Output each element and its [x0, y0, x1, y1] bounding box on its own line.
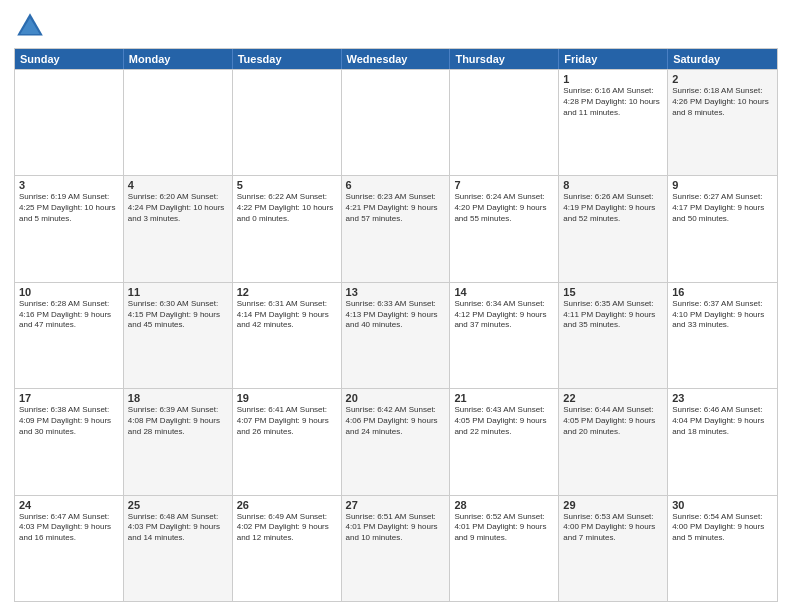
- day-number: 23: [672, 392, 773, 404]
- day-cell-24: 24Sunrise: 6:47 AM Sunset: 4:03 PM Dayli…: [15, 496, 124, 601]
- day-number: 13: [346, 286, 446, 298]
- day-info: Sunrise: 6:22 AM Sunset: 4:22 PM Dayligh…: [237, 192, 337, 224]
- day-cell-10: 10Sunrise: 6:28 AM Sunset: 4:16 PM Dayli…: [15, 283, 124, 388]
- day-cell-21: 21Sunrise: 6:43 AM Sunset: 4:05 PM Dayli…: [450, 389, 559, 494]
- day-info: Sunrise: 6:28 AM Sunset: 4:16 PM Dayligh…: [19, 299, 119, 331]
- day-info: Sunrise: 6:16 AM Sunset: 4:28 PM Dayligh…: [563, 86, 663, 118]
- day-cell-15: 15Sunrise: 6:35 AM Sunset: 4:11 PM Dayli…: [559, 283, 668, 388]
- day-number: 7: [454, 179, 554, 191]
- day-number: 15: [563, 286, 663, 298]
- calendar-row-3: 17Sunrise: 6:38 AM Sunset: 4:09 PM Dayli…: [15, 388, 777, 494]
- day-info: Sunrise: 6:49 AM Sunset: 4:02 PM Dayligh…: [237, 512, 337, 544]
- day-number: 25: [128, 499, 228, 511]
- day-info: Sunrise: 6:44 AM Sunset: 4:05 PM Dayligh…: [563, 405, 663, 437]
- day-cell-empty-0-1: [124, 70, 233, 175]
- day-number: 21: [454, 392, 554, 404]
- header-day-monday: Monday: [124, 49, 233, 69]
- day-cell-29: 29Sunrise: 6:53 AM Sunset: 4:00 PM Dayli…: [559, 496, 668, 601]
- day-info: Sunrise: 6:24 AM Sunset: 4:20 PM Dayligh…: [454, 192, 554, 224]
- day-number: 19: [237, 392, 337, 404]
- day-info: Sunrise: 6:48 AM Sunset: 4:03 PM Dayligh…: [128, 512, 228, 544]
- header-day-friday: Friday: [559, 49, 668, 69]
- day-cell-3: 3Sunrise: 6:19 AM Sunset: 4:25 PM Daylig…: [15, 176, 124, 281]
- day-number: 28: [454, 499, 554, 511]
- header-day-wednesday: Wednesday: [342, 49, 451, 69]
- day-number: 18: [128, 392, 228, 404]
- page: SundayMondayTuesdayWednesdayThursdayFrid…: [0, 0, 792, 612]
- day-cell-2: 2Sunrise: 6:18 AM Sunset: 4:26 PM Daylig…: [668, 70, 777, 175]
- day-cell-16: 16Sunrise: 6:37 AM Sunset: 4:10 PM Dayli…: [668, 283, 777, 388]
- day-cell-empty-0-2: [233, 70, 342, 175]
- day-number: 4: [128, 179, 228, 191]
- day-info: Sunrise: 6:43 AM Sunset: 4:05 PM Dayligh…: [454, 405, 554, 437]
- day-cell-8: 8Sunrise: 6:26 AM Sunset: 4:19 PM Daylig…: [559, 176, 668, 281]
- day-number: 3: [19, 179, 119, 191]
- day-cell-20: 20Sunrise: 6:42 AM Sunset: 4:06 PM Dayli…: [342, 389, 451, 494]
- day-info: Sunrise: 6:52 AM Sunset: 4:01 PM Dayligh…: [454, 512, 554, 544]
- header-day-thursday: Thursday: [450, 49, 559, 69]
- calendar-row-4: 24Sunrise: 6:47 AM Sunset: 4:03 PM Dayli…: [15, 495, 777, 601]
- day-info: Sunrise: 6:41 AM Sunset: 4:07 PM Dayligh…: [237, 405, 337, 437]
- day-info: Sunrise: 6:18 AM Sunset: 4:26 PM Dayligh…: [672, 86, 773, 118]
- day-cell-7: 7Sunrise: 6:24 AM Sunset: 4:20 PM Daylig…: [450, 176, 559, 281]
- day-cell-17: 17Sunrise: 6:38 AM Sunset: 4:09 PM Dayli…: [15, 389, 124, 494]
- day-cell-25: 25Sunrise: 6:48 AM Sunset: 4:03 PM Dayli…: [124, 496, 233, 601]
- day-info: Sunrise: 6:19 AM Sunset: 4:25 PM Dayligh…: [19, 192, 119, 224]
- day-info: Sunrise: 6:20 AM Sunset: 4:24 PM Dayligh…: [128, 192, 228, 224]
- day-info: Sunrise: 6:42 AM Sunset: 4:06 PM Dayligh…: [346, 405, 446, 437]
- day-info: Sunrise: 6:23 AM Sunset: 4:21 PM Dayligh…: [346, 192, 446, 224]
- day-info: Sunrise: 6:34 AM Sunset: 4:12 PM Dayligh…: [454, 299, 554, 331]
- day-cell-19: 19Sunrise: 6:41 AM Sunset: 4:07 PM Dayli…: [233, 389, 342, 494]
- day-cell-27: 27Sunrise: 6:51 AM Sunset: 4:01 PM Dayli…: [342, 496, 451, 601]
- day-info: Sunrise: 6:31 AM Sunset: 4:14 PM Dayligh…: [237, 299, 337, 331]
- day-info: Sunrise: 6:46 AM Sunset: 4:04 PM Dayligh…: [672, 405, 773, 437]
- day-cell-empty-0-3: [342, 70, 451, 175]
- day-info: Sunrise: 6:27 AM Sunset: 4:17 PM Dayligh…: [672, 192, 773, 224]
- day-cell-empty-0-4: [450, 70, 559, 175]
- day-number: 12: [237, 286, 337, 298]
- day-number: 29: [563, 499, 663, 511]
- calendar-row-1: 3Sunrise: 6:19 AM Sunset: 4:25 PM Daylig…: [15, 175, 777, 281]
- day-number: 8: [563, 179, 663, 191]
- day-cell-23: 23Sunrise: 6:46 AM Sunset: 4:04 PM Dayli…: [668, 389, 777, 494]
- day-cell-6: 6Sunrise: 6:23 AM Sunset: 4:21 PM Daylig…: [342, 176, 451, 281]
- day-number: 5: [237, 179, 337, 191]
- calendar-body: 1Sunrise: 6:16 AM Sunset: 4:28 PM Daylig…: [15, 69, 777, 601]
- day-info: Sunrise: 6:33 AM Sunset: 4:13 PM Dayligh…: [346, 299, 446, 331]
- day-info: Sunrise: 6:26 AM Sunset: 4:19 PM Dayligh…: [563, 192, 663, 224]
- header-day-sunday: Sunday: [15, 49, 124, 69]
- day-info: Sunrise: 6:51 AM Sunset: 4:01 PM Dayligh…: [346, 512, 446, 544]
- logo: [14, 10, 50, 42]
- header-day-saturday: Saturday: [668, 49, 777, 69]
- day-cell-30: 30Sunrise: 6:54 AM Sunset: 4:00 PM Dayli…: [668, 496, 777, 601]
- calendar: SundayMondayTuesdayWednesdayThursdayFrid…: [14, 48, 778, 602]
- day-info: Sunrise: 6:35 AM Sunset: 4:11 PM Dayligh…: [563, 299, 663, 331]
- calendar-row-2: 10Sunrise: 6:28 AM Sunset: 4:16 PM Dayli…: [15, 282, 777, 388]
- day-number: 30: [672, 499, 773, 511]
- day-number: 14: [454, 286, 554, 298]
- logo-icon: [14, 10, 46, 42]
- day-number: 20: [346, 392, 446, 404]
- day-info: Sunrise: 6:30 AM Sunset: 4:15 PM Dayligh…: [128, 299, 228, 331]
- day-cell-empty-0-0: [15, 70, 124, 175]
- day-cell-9: 9Sunrise: 6:27 AM Sunset: 4:17 PM Daylig…: [668, 176, 777, 281]
- day-cell-14: 14Sunrise: 6:34 AM Sunset: 4:12 PM Dayli…: [450, 283, 559, 388]
- day-number: 24: [19, 499, 119, 511]
- day-info: Sunrise: 6:39 AM Sunset: 4:08 PM Dayligh…: [128, 405, 228, 437]
- day-number: 1: [563, 73, 663, 85]
- day-cell-28: 28Sunrise: 6:52 AM Sunset: 4:01 PM Dayli…: [450, 496, 559, 601]
- day-cell-12: 12Sunrise: 6:31 AM Sunset: 4:14 PM Dayli…: [233, 283, 342, 388]
- day-info: Sunrise: 6:54 AM Sunset: 4:00 PM Dayligh…: [672, 512, 773, 544]
- day-cell-11: 11Sunrise: 6:30 AM Sunset: 4:15 PM Dayli…: [124, 283, 233, 388]
- day-info: Sunrise: 6:53 AM Sunset: 4:00 PM Dayligh…: [563, 512, 663, 544]
- calendar-row-0: 1Sunrise: 6:16 AM Sunset: 4:28 PM Daylig…: [15, 69, 777, 175]
- day-cell-4: 4Sunrise: 6:20 AM Sunset: 4:24 PM Daylig…: [124, 176, 233, 281]
- day-info: Sunrise: 6:38 AM Sunset: 4:09 PM Dayligh…: [19, 405, 119, 437]
- day-number: 16: [672, 286, 773, 298]
- day-number: 26: [237, 499, 337, 511]
- day-number: 9: [672, 179, 773, 191]
- day-number: 22: [563, 392, 663, 404]
- day-number: 10: [19, 286, 119, 298]
- header: [14, 10, 778, 42]
- day-number: 2: [672, 73, 773, 85]
